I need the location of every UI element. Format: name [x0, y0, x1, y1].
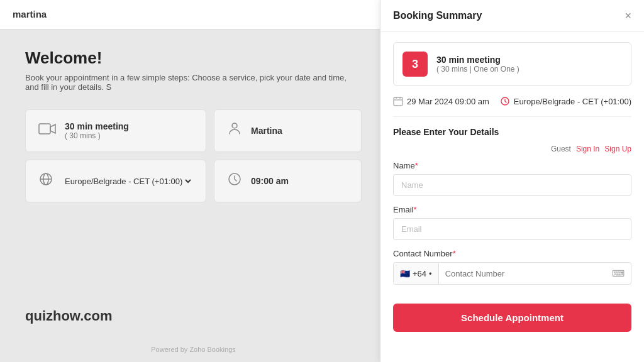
- globe-icon: [38, 172, 53, 190]
- email-field-group: Email*: [393, 205, 631, 240]
- service-card-time: 09:00 am: [214, 160, 362, 202]
- meeting-info: 30 min meeting ( 30 mins | One on One ): [436, 55, 519, 74]
- host-card-text: Martina: [251, 126, 282, 136]
- name-input[interactable]: [393, 174, 631, 196]
- date-item: 29 Mar 2024 09:00 am: [393, 96, 489, 106]
- meeting-card-text: 30 min meeting ( 30 mins ): [65, 121, 129, 140]
- timezone-value: Europe/Belgrade - CET (+01:00): [514, 97, 631, 106]
- email-input[interactable]: [393, 218, 631, 240]
- time-value: 09:00 am: [251, 176, 289, 186]
- contact-label: Contact Number*: [393, 249, 631, 258]
- welcome-title: Welcome!: [25, 48, 362, 68]
- video-icon: [38, 122, 56, 140]
- name-field-group: Name*: [393, 161, 631, 196]
- date-value: 29 Mar 2024 09:00 am: [407, 97, 489, 106]
- details-title: Please Enter Your Details: [393, 127, 631, 137]
- meeting-card-subtitle: ( 30 mins ): [65, 131, 129, 140]
- svg-rect-0: [39, 124, 50, 134]
- service-grid: 30 min meeting ( 30 mins ) Martina: [25, 109, 362, 202]
- close-button[interactable]: ×: [625, 10, 631, 21]
- clock-icon: [227, 172, 242, 190]
- svg-rect-6: [394, 97, 402, 106]
- service-card-host: Martina: [214, 109, 362, 152]
- phone-keyboard-icon: ⌨: [606, 263, 631, 284]
- flag-icon: 🇳🇿: [400, 269, 410, 278]
- phone-number-input[interactable]: [439, 263, 606, 284]
- sign-up-link[interactable]: Sign Up: [604, 145, 631, 153]
- timezone-select[interactable]: Europe/Belgrade - CET (+01:00): [62, 176, 193, 187]
- step-badge: 3: [402, 52, 428, 77]
- timezone-clock-icon: [500, 96, 510, 106]
- booking-header: Booking Summary ×: [380, 0, 644, 32]
- page-header: martina: [0, 0, 387, 30]
- schedule-appointment-button[interactable]: Schedule Appointment: [393, 304, 631, 332]
- phone-code: +64: [413, 269, 426, 278]
- timezone-item: Europe/Belgrade - CET (+01:00): [500, 96, 631, 106]
- brand-name: martina: [13, 9, 47, 19]
- meeting-card-title: 30 min meeting: [65, 121, 129, 131]
- booking-summary-card: 3 30 min meeting ( 30 mins | One on One …: [393, 42, 631, 86]
- time-card-text: 09:00 am: [251, 176, 289, 186]
- datetime-row: 29 Mar 2024 09:00 am Europe/Belgrade - C…: [393, 96, 631, 117]
- meeting-meta: ( 30 mins | One on One ): [436, 65, 519, 74]
- name-label: Name*: [393, 161, 631, 170]
- phone-separator: •: [429, 269, 432, 278]
- sign-in-link[interactable]: Sign In: [576, 145, 599, 153]
- contact-field-group: Contact Number* 🇳🇿 +64 • ⌨: [393, 249, 631, 285]
- details-section: Please Enter Your Details Guest Sign In …: [380, 127, 644, 338]
- booking-panel: Booking Summary × 3 30 min meeting ( 30 …: [380, 0, 644, 362]
- person-icon: [227, 121, 242, 140]
- welcome-subtitle: Book your appointment in a few simple st…: [25, 73, 362, 92]
- email-label: Email*: [393, 205, 631, 214]
- phone-prefix: 🇳🇿 +64 •: [394, 263, 439, 284]
- meeting-name: 30 min meeting: [436, 55, 519, 65]
- service-card-timezone[interactable]: Europe/Belgrade - CET (+01:00): [25, 160, 206, 202]
- left-panel: martina Welcome! Book your appointment i…: [0, 0, 387, 362]
- phone-input-group[interactable]: 🇳🇿 +64 • ⌨: [393, 262, 631, 285]
- svg-point-1: [232, 123, 237, 128]
- powered-by: Powered by Zoho Bookings: [151, 346, 236, 353]
- watermark: quizhow.com: [25, 308, 113, 324]
- service-card-meeting: 30 min meeting ( 30 mins ): [25, 109, 206, 152]
- main-content: Welcome! Book your appointment in a few …: [0, 30, 387, 229]
- timezone-select-wrapper[interactable]: Europe/Belgrade - CET (+01:00): [62, 176, 193, 187]
- host-name: Martina: [251, 126, 282, 136]
- calendar-icon: [393, 96, 403, 106]
- auth-links: Guest Sign In Sign Up: [393, 145, 631, 153]
- guest-label: Guest: [551, 145, 571, 153]
- booking-title: Booking Summary: [393, 10, 482, 21]
